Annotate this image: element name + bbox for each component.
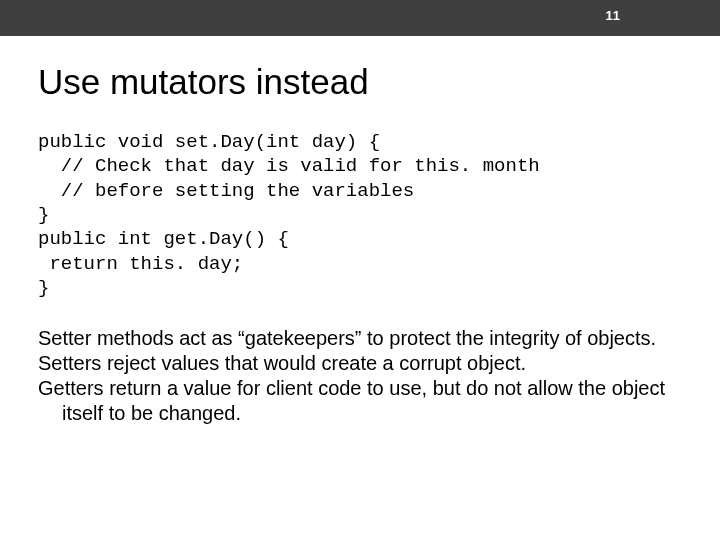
code-block: public void set.Day(int day) { // Check … [38,130,682,300]
slide-title: Use mutators instead [38,62,682,102]
body-text: Setter methods act as “gatekeepers” to p… [38,326,682,426]
slide-content: Use mutators instead public void set.Day… [0,36,720,426]
paragraph: Setter methods act as “gatekeepers” to p… [38,326,682,351]
header-bar: 11 [0,0,720,36]
paragraph: Setters reject values that would create … [38,351,682,376]
page-number: 11 [606,8,620,23]
paragraph: Getters return a value for client code t… [38,376,682,426]
